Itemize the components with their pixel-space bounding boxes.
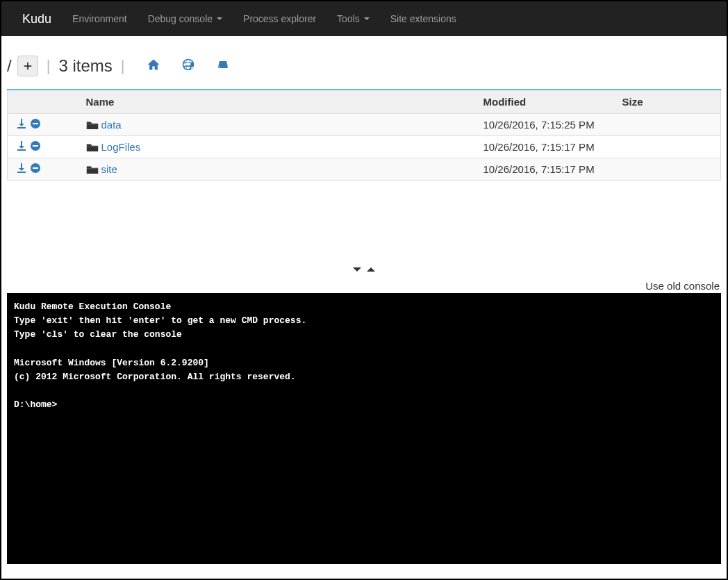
nav-label: Debug console (148, 13, 213, 24)
header-actions (8, 90, 81, 114)
size-cell (617, 114, 721, 136)
download-icon[interactable] (16, 118, 27, 131)
chevron-down-icon (351, 264, 363, 275)
svg-rect-3 (33, 145, 38, 147)
breadcrumb-bar: / | 3 items | (7, 36, 721, 89)
panel-splitter[interactable] (7, 264, 721, 277)
console-toggle-row: Use old console (1, 277, 727, 293)
modified-cell: 10/26/2016, 7:15:17 PM (478, 136, 617, 158)
table-row: site10/26/2016, 7:15:17 PM (8, 158, 721, 181)
modified-cell: 10/26/2016, 7:15:25 PM (478, 114, 617, 136)
globe-icon[interactable] (181, 56, 195, 76)
folder-link[interactable]: site (101, 163, 117, 175)
header-name: Name (81, 90, 478, 114)
header-size: Size (617, 90, 721, 114)
header-modified: Modified (478, 90, 617, 114)
download-icon[interactable] (16, 163, 27, 176)
navbar: Kudu Environment Debug console Process e… (1, 1, 727, 36)
disk-icon[interactable] (216, 56, 230, 76)
nav-label: Environment (72, 13, 127, 24)
brand-link[interactable]: Kudu (12, 1, 62, 37)
console-output[interactable]: Kudu Remote Execution Console Type 'exit… (7, 293, 721, 564)
file-table: Name Modified Size data10/26/2016, 7:15:… (7, 89, 721, 181)
download-icon[interactable] (16, 140, 27, 154)
modified-cell: 10/26/2016, 7:15:17 PM (478, 158, 617, 181)
nav-debug-console[interactable]: Debug console (138, 3, 233, 35)
plus-icon (23, 61, 33, 71)
folder-icon (86, 165, 99, 174)
folder-link[interactable]: LogFiles (101, 141, 141, 153)
size-cell (617, 136, 721, 158)
svg-rect-1 (33, 123, 38, 124)
nav-label: Process explorer (243, 13, 316, 24)
folder-link[interactable]: data (101, 119, 122, 131)
item-count: 3 items (58, 56, 112, 76)
home-icon[interactable] (147, 56, 160, 76)
svg-rect-5 (33, 167, 38, 169)
table-row: data10/26/2016, 7:15:25 PM (8, 114, 721, 136)
add-button[interactable] (17, 56, 38, 76)
delete-icon[interactable] (30, 140, 41, 154)
folder-icon (86, 142, 99, 152)
size-cell (617, 158, 721, 181)
separator: | (47, 57, 51, 75)
use-old-console-link[interactable]: Use old console (645, 280, 720, 292)
delete-icon[interactable] (30, 163, 41, 176)
nav-label: Site extensions (390, 13, 456, 24)
nav-tools[interactable]: Tools (326, 3, 380, 35)
nav-process-explorer[interactable]: Process explorer (233, 3, 326, 35)
delete-icon[interactable] (30, 118, 41, 131)
table-header-row: Name Modified Size (8, 90, 721, 114)
folder-icon (86, 120, 99, 130)
separator: | (121, 57, 125, 75)
nav-site-extensions[interactable]: Site extensions (380, 3, 467, 35)
breadcrumb-root[interactable]: / (7, 56, 12, 76)
caret-down-icon (364, 17, 370, 20)
nav-label: Tools (337, 13, 360, 24)
nav-environment[interactable]: Environment (62, 3, 138, 35)
caret-down-icon (217, 17, 222, 20)
table-row: LogFiles10/26/2016, 7:15:17 PM (8, 136, 721, 158)
chevron-up-icon (365, 264, 377, 275)
